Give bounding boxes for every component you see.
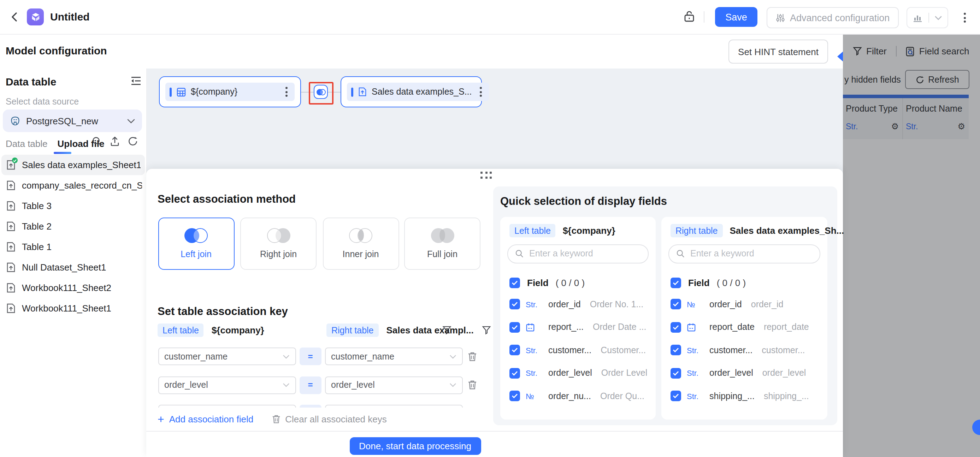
table-node-sales-data[interactable]: Sales data examples_S... [340, 76, 482, 107]
join-option-right-join[interactable]: Right join [240, 217, 317, 270]
save-button[interactable]: Save [715, 7, 757, 27]
equals-operator [299, 405, 321, 408]
advanced-configuration-button[interactable]: Advanced configuration [767, 7, 899, 28]
inner-join-icon [349, 228, 372, 243]
left-field-select[interactable]: order_level [158, 376, 296, 394]
delete-key-icon[interactable] [468, 380, 477, 390]
workbook-title: Untitled [50, 11, 90, 22]
field-checkbox[interactable] [509, 299, 520, 309]
active-tab-underline [54, 152, 72, 154]
field-checkbox[interactable] [509, 390, 520, 401]
table-node-company[interactable]: ${company} [159, 76, 301, 107]
join-option-full-join[interactable]: Full join [404, 217, 480, 270]
clear-all-keys-button[interactable]: Clear all associated keys [272, 414, 387, 424]
left-field-select[interactable]: customer_name [158, 348, 296, 365]
right-field-select[interactable]: order_level [325, 376, 463, 394]
field-row: № order_nu... Order Qu... [509, 389, 651, 403]
chart-tool-group[interactable] [907, 7, 948, 28]
done-button[interactable]: Done, start data processing [349, 437, 481, 455]
join-option-left-join[interactable]: Left join [158, 217, 234, 270]
join-option-inner-join[interactable]: Inner join [323, 217, 399, 270]
calendar-icon [687, 322, 704, 332]
field-checkbox[interactable] [671, 345, 681, 355]
right-table-badge: Right table [671, 224, 723, 237]
field-checkbox[interactable] [509, 322, 520, 332]
toolbar-divider [704, 11, 705, 22]
keyword-search-box[interactable] [668, 244, 820, 263]
data-table-sidebar: Data table Select data source PostgreSQL… [0, 68, 147, 457]
advanced-configuration-label: Advanced configuration [790, 13, 889, 23]
collapse-panel-arrow[interactable] [837, 52, 843, 62]
left-field-select[interactable] [158, 405, 296, 408]
field-label: Field [688, 277, 710, 288]
field-type-number: № [687, 300, 704, 308]
filter-icon[interactable] [482, 325, 492, 335]
select-all-checkbox[interactable] [671, 277, 681, 288]
datasource-name: PostgreSQL_new [26, 116, 121, 126]
equals-operator: = [299, 376, 321, 394]
field-checkbox[interactable] [671, 299, 681, 309]
uploaded-file-icon [6, 201, 16, 211]
table-list-item[interactable]: company_sales_record_cn_Sheet1 [0, 175, 146, 196]
field-count: ( 0 / 0 ) [556, 277, 585, 288]
upload-icon[interactable] [110, 136, 119, 146]
node-menu-icon[interactable] [283, 84, 290, 100]
set-hint-statement-button[interactable]: Set HINT statement [729, 40, 828, 63]
refresh-icon[interactable] [128, 136, 138, 146]
field-checkbox[interactable] [509, 368, 520, 378]
table-list-item[interactable]: Null Dataset_Sheet1 [0, 257, 146, 278]
table-list-item[interactable]: Table 3 [0, 196, 146, 216]
table-list-item[interactable]: Workbook111_Sheet1 [0, 298, 146, 319]
postgresql-icon [10, 116, 21, 126]
left-table-badge: Left table [509, 224, 556, 237]
right-field-select[interactable] [325, 405, 463, 408]
field-checkbox[interactable] [671, 322, 681, 332]
field-checkbox[interactable] [509, 345, 520, 355]
uploaded-file-icon [6, 160, 16, 170]
association-sheet: Select association method Left join Righ… [146, 169, 843, 457]
field-checkbox[interactable] [671, 368, 681, 378]
table-list-item[interactable]: Table 2 [0, 216, 146, 236]
add-association-field-button[interactable]: + Add association field [158, 414, 253, 424]
table-list: Sales data examples_Sheet1 company_sales… [0, 155, 146, 319]
search-input[interactable] [689, 248, 812, 259]
field-checkbox[interactable] [671, 390, 681, 401]
field-row: Str. shipping_... shipping_... [671, 389, 823, 403]
lock-icon[interactable] [683, 10, 695, 22]
field-row: Str. customer... Customer... [509, 343, 651, 357]
node-label: ${company} [191, 87, 278, 97]
association-key-row: customer_name = customer_name [158, 348, 477, 365]
search-input[interactable] [528, 248, 641, 259]
trash-icon [272, 414, 280, 424]
association-key-row-partial [158, 405, 463, 408]
collapse-sidebar-icon[interactable] [131, 76, 141, 86]
delete-key-icon[interactable] [468, 351, 477, 361]
quick-selection-panel: Quick selection of display fields Left t… [493, 186, 837, 425]
table-list-item[interactable]: Table 1 [0, 236, 146, 257]
search-icon[interactable] [92, 136, 102, 146]
keyword-search-box[interactable] [508, 244, 649, 263]
field-type-str: Str. [526, 346, 542, 354]
model-configuration-bar: Model configuration Set HINT statement [0, 34, 843, 68]
field-type-str: Str. [526, 369, 542, 377]
node-menu-icon[interactable] [477, 84, 485, 100]
more-menu-icon[interactable] [961, 10, 969, 25]
field-label: Field [527, 277, 549, 288]
datasource-select[interactable]: PostgreSQL_new [3, 109, 142, 132]
tab-data-table[interactable]: Data table [6, 138, 48, 149]
calendar-icon [526, 322, 542, 332]
equals-operator: = [299, 348, 321, 365]
table-list-item[interactable]: Workbook111_Sheet2 [0, 278, 146, 298]
back-button[interactable] [8, 11, 21, 23]
field-row: report_... Order Date ... [509, 320, 651, 334]
uploaded-file-icon [6, 221, 16, 232]
drag-handle[interactable] [480, 171, 492, 178]
association-key-row: order_level = order_level [158, 376, 477, 394]
select-all-checkbox[interactable] [509, 277, 520, 288]
left-table-name: ${company} [563, 225, 616, 236]
chevron-down-icon [127, 118, 135, 123]
app-logo-icon [27, 8, 44, 25]
field-type-str: Str. [687, 392, 704, 400]
right-field-select[interactable]: customer_name [325, 348, 463, 365]
table-list-item[interactable]: Sales data examples_Sheet1 [2, 155, 145, 175]
